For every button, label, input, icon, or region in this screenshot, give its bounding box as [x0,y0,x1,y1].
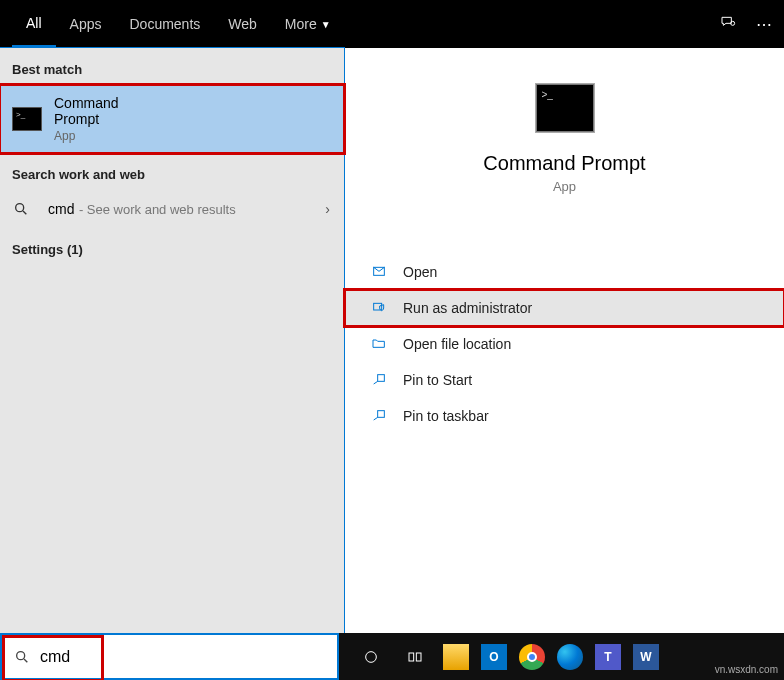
pin-taskbar-icon [369,408,389,424]
best-match-label: Best match [0,48,344,85]
action-label: Pin to taskbar [403,408,489,424]
result-command-prompt[interactable]: Command Prompt App [0,85,344,153]
detail-sub: App [553,179,576,194]
action-label: Open file location [403,336,511,352]
action-label: Open [403,264,437,280]
svg-line-2 [23,211,26,214]
feedback-icon[interactable] [720,14,736,34]
action-label: Pin to Start [403,372,472,388]
action-pin-taskbar[interactable]: Pin to taskbar [345,398,784,434]
shield-icon [369,300,389,316]
result-web-search[interactable]: cmd - See work and web results › [0,190,344,228]
cmd-icon [12,107,42,131]
action-open[interactable]: Open [345,254,784,290]
folder-icon [369,336,389,352]
tab-web[interactable]: Web [214,0,271,48]
edge-icon[interactable] [551,644,589,670]
chevron-right-icon: › [325,201,330,217]
detail-title: Command Prompt [483,152,645,175]
svg-point-7 [17,651,25,659]
svg-line-8 [24,659,27,662]
results-pane: Best match Command Prompt App Search wor… [0,48,344,633]
tab-all[interactable]: All [12,0,56,48]
detail-pane: Command Prompt App Open Run as administr… [344,48,784,633]
teams-icon[interactable]: T [589,644,627,670]
result-title: Command Prompt [54,95,140,127]
chrome-icon[interactable] [513,644,551,670]
tab-more[interactable]: More▼ [271,0,345,48]
result-sub: App [54,129,140,143]
result-hint: See work and web results [87,202,236,217]
cortana-icon[interactable] [349,633,393,680]
settings-label[interactable]: Settings (1) [0,228,344,265]
chevron-down-icon: ▼ [321,19,331,30]
svg-rect-6 [378,411,385,418]
open-icon [369,264,389,280]
action-label: Run as administrator [403,300,532,316]
taskbar: O T W [0,633,784,680]
task-view-icon[interactable] [393,633,437,680]
svg-point-1 [16,204,24,212]
tab-documents[interactable]: Documents [115,0,214,48]
taskbar-search[interactable] [0,633,339,680]
action-run-admin[interactable]: Run as administrator [345,290,784,326]
header-tabs: All Apps Documents Web More▼ ⋯ [0,0,784,48]
svg-rect-10 [409,653,414,661]
result-query: cmd [48,201,74,217]
tab-apps[interactable]: Apps [56,0,116,48]
cmd-large-icon [536,84,594,132]
action-pin-start[interactable]: Pin to Start [345,362,784,398]
search-icon [14,649,30,665]
svg-rect-11 [416,653,421,661]
outlook-icon[interactable]: O [475,644,513,670]
word-icon[interactable]: W [627,644,665,670]
more-options-icon[interactable]: ⋯ [756,15,772,34]
pin-start-icon [369,372,389,388]
svg-rect-5 [378,375,385,382]
search-work-web-label: Search work and web [0,153,344,190]
svg-point-9 [366,651,377,662]
search-input[interactable] [40,648,325,666]
action-open-file-location[interactable]: Open file location [345,326,784,362]
search-icon [12,201,30,217]
watermark: vn.wsxdn.com [715,664,778,675]
svg-rect-4 [374,303,382,310]
file-explorer-icon[interactable] [437,644,475,670]
